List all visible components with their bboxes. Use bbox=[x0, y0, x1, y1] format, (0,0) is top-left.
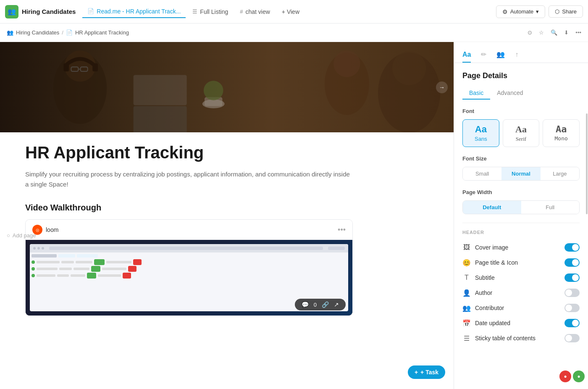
loom-preview-inner: 💬 0 🔗 ↗ bbox=[26, 240, 352, 315]
toggle-switch-contributor[interactable] bbox=[564, 304, 580, 312]
page-width-options: Default Full bbox=[462, 200, 580, 214]
nav-tab-readme[interactable]: 📄Read.me - HR Applicant Track... bbox=[82, 5, 186, 18]
breadcrumb-sep: / bbox=[62, 29, 63, 36]
tab-label-chat-view: chat view bbox=[245, 8, 270, 15]
page-subtitle: Simplify your recruiting process by cent… bbox=[25, 169, 353, 189]
cover-scroll-hint[interactable]: → bbox=[436, 81, 448, 93]
link-icon: 🔗 bbox=[322, 301, 329, 308]
external-link-icon: ↗ bbox=[334, 301, 339, 308]
toggle-left-sticky-toc: ☰Sticky table of contents bbox=[462, 334, 536, 342]
toggle-label-author: Author bbox=[475, 289, 492, 296]
toggle-label-page-title-icon: Page title & Icon bbox=[475, 259, 518, 266]
contributor-icon: 👥 bbox=[462, 304, 471, 312]
add-page-button[interactable]: ○ Add page bbox=[0, 229, 36, 239]
toggle-row-cover-image: 🖼Cover image bbox=[462, 240, 580, 255]
right-panel: Aa ✏ 👥 ↑ Page Details Basic Advanced Fon… bbox=[454, 42, 588, 389]
breadcrumb: 👥 Hiring Candidates / 📄 HR Applicant Tra… bbox=[0, 24, 588, 42]
font-serif-icon: Aa bbox=[507, 124, 536, 135]
toggle-switch-subtitle[interactable] bbox=[564, 273, 580, 282]
toggle-label-subtitle: Subtitle bbox=[475, 274, 495, 281]
avatar-2: ● bbox=[573, 371, 585, 382]
panel-scroll-thumb[interactable] bbox=[586, 113, 588, 214]
page-width-section: Page Width Default Full bbox=[462, 189, 580, 214]
loom-actions[interactable]: ••• bbox=[338, 226, 346, 234]
cover-image-icon: 🖼 bbox=[462, 244, 471, 251]
font-option-sans[interactable]: Aa Sans bbox=[462, 119, 499, 147]
font-size-small[interactable]: Small bbox=[463, 167, 501, 180]
sticky-toc-icon: ☰ bbox=[462, 334, 471, 342]
toggle-switch-sticky-toc[interactable] bbox=[564, 334, 580, 342]
nav-tab-view[interactable]: + View bbox=[277, 6, 304, 18]
toggle-row-author: 👤Author bbox=[462, 285, 580, 300]
font-option-serif[interactable]: Aa Serif bbox=[503, 119, 540, 147]
automate-button[interactable]: ⚙ Automate ▾ bbox=[496, 5, 546, 18]
breadcrumb-more-icon[interactable]: ••• bbox=[575, 29, 581, 36]
add-page-icon: ○ bbox=[7, 232, 10, 239]
toggle-switch-cover-image[interactable] bbox=[564, 243, 580, 252]
page-body-wrapper: ○ Add page HR Applicant Tracking Simplif… bbox=[0, 132, 454, 351]
svg-rect-2 bbox=[63, 63, 69, 71]
avatar-1: ● bbox=[559, 371, 571, 382]
toggle-label-date-updated: Date updated bbox=[475, 320, 510, 326]
toggle-label-cover-image: Cover image bbox=[475, 244, 508, 251]
toggle-switch-date-updated[interactable] bbox=[564, 319, 580, 327]
task-button[interactable]: + + Task bbox=[408, 365, 445, 379]
toggle-left-page-title-icon: 😊Page title & Icon bbox=[462, 259, 518, 267]
font-options: Aa Sans Aa Serif Aa Mono bbox=[462, 119, 580, 147]
sub-tab-basic[interactable]: Basic bbox=[462, 87, 490, 100]
app-title: Hiring Candidates bbox=[22, 8, 76, 15]
svg-rect-11 bbox=[134, 106, 187, 133]
panel-tab-style[interactable]: ✏ bbox=[481, 47, 486, 63]
breadcrumb-workspace[interactable]: Hiring Candidates bbox=[16, 29, 59, 36]
automate-icon: ⚙ bbox=[502, 8, 508, 15]
app-logo[interactable]: 👥 Hiring Candidates bbox=[5, 5, 76, 18]
breadcrumb-star-icon[interactable]: ☆ bbox=[539, 29, 544, 36]
toggle-left-subtitle: TSubtitle bbox=[462, 274, 495, 281]
font-size-large[interactable]: Large bbox=[541, 167, 579, 180]
toggle-row-page-title-icon: 😊Page title & Icon bbox=[462, 255, 580, 270]
automate-chevron-icon: ▾ bbox=[536, 8, 539, 15]
page-width-default[interactable]: Default bbox=[463, 201, 521, 214]
loom-preview[interactable]: 💬 0 🔗 ↗ bbox=[26, 240, 352, 315]
toggle-left-cover-image: 🖼Cover image bbox=[462, 244, 508, 251]
toggle-switch-author[interactable] bbox=[564, 289, 580, 297]
svg-rect-12 bbox=[134, 75, 187, 105]
page-width-full[interactable]: Full bbox=[521, 201, 580, 214]
font-mono-label: Mono bbox=[555, 135, 568, 142]
breadcrumb-actions: ⊙ ☆ 🔍 ⬇ ••• bbox=[528, 29, 581, 36]
toggle-left-date-updated: 📅Date updated bbox=[462, 319, 510, 327]
breadcrumb-page[interactable]: HR Applicant Tracking bbox=[75, 29, 129, 36]
font-option-mono[interactable]: Aa Mono bbox=[543, 119, 580, 147]
nav-tab-chat-view[interactable]: #chat view bbox=[235, 6, 275, 18]
tab-label-readme: Read.me - HR Applicant Track... bbox=[97, 8, 181, 15]
svg-point-10 bbox=[392, 51, 426, 85]
tab-icon-full-listing: ☰ bbox=[192, 8, 197, 15]
share-label: Share bbox=[562, 8, 577, 15]
panel-tab-upload[interactable]: ↑ bbox=[515, 47, 518, 63]
toggle-switch-page-title-icon[interactable] bbox=[564, 258, 580, 267]
font-size-normal[interactable]: Normal bbox=[501, 167, 540, 180]
panel-tab-text[interactable]: Aa bbox=[462, 47, 471, 63]
main-area: → ○ Add page HR Applicant Tracking Simpl… bbox=[0, 42, 588, 389]
breadcrumb-search-icon[interactable]: 🔍 bbox=[551, 29, 557, 36]
top-nav: 👥 Hiring Candidates 📄Read.me - HR Applic… bbox=[0, 0, 588, 24]
nav-tab-full-listing[interactable]: ☰Full Listing bbox=[187, 6, 233, 18]
page-content: → ○ Add page HR Applicant Tracking Simpl… bbox=[0, 42, 454, 389]
tab-icon-chat-view: # bbox=[240, 8, 243, 15]
author-icon: 👤 bbox=[462, 289, 471, 297]
font-serif-label: Serif bbox=[516, 136, 526, 142]
loom-logo: ◎ loom bbox=[32, 225, 58, 235]
toggle-row-subtitle: TSubtitle bbox=[462, 270, 580, 285]
panel-scroll-track bbox=[585, 113, 588, 389]
share-button[interactable]: ⬡ Share bbox=[549, 5, 583, 18]
subtitle-icon: T bbox=[462, 274, 471, 281]
page-width-label: Page Width bbox=[462, 189, 580, 195]
breadcrumb-settings-icon[interactable]: ⊙ bbox=[528, 29, 532, 36]
svg-point-1 bbox=[65, 50, 96, 81]
breadcrumb-download-icon[interactable]: ⬇ bbox=[564, 29, 569, 36]
loom-overlay-bar[interactable]: 💬 0 🔗 ↗ bbox=[295, 299, 346, 310]
tab-label-view: + View bbox=[282, 8, 299, 15]
panel-tab-users[interactable]: 👥 bbox=[496, 47, 505, 63]
sub-tab-advanced[interactable]: Advanced bbox=[490, 87, 530, 100]
font-label: Font bbox=[462, 108, 580, 114]
